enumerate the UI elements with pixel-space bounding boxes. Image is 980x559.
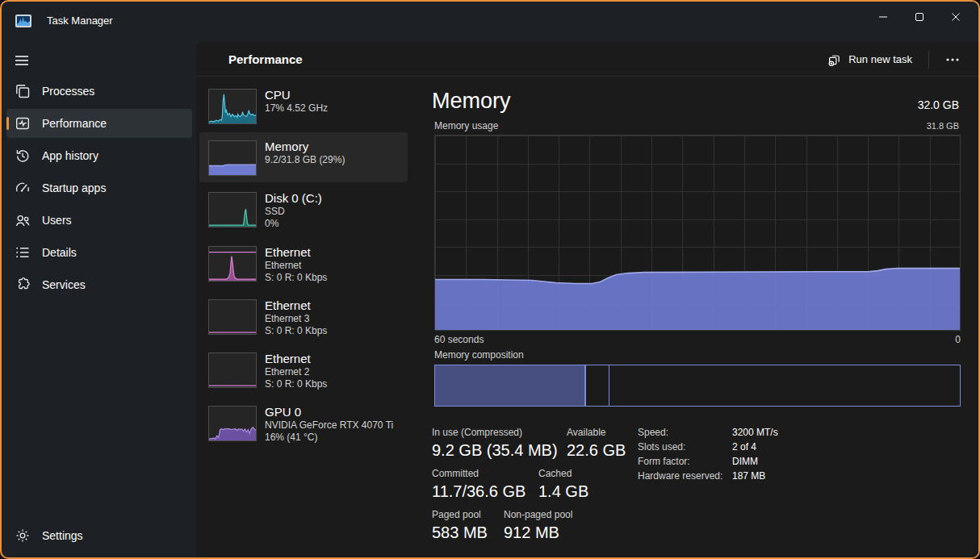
perf-item-title: Ethernet xyxy=(265,351,408,366)
sidebar-item-label: Processes xyxy=(42,85,94,98)
sidebar-item-label: Performance xyxy=(42,117,107,130)
cpu-mini-graph xyxy=(208,89,257,124)
memory-composition-label: Memory composition xyxy=(434,349,524,361)
sidebar-item-processes[interactable]: Processes xyxy=(6,77,192,106)
sidebar-item-settings[interactable]: Settings xyxy=(6,521,192,550)
sidebar-item-details[interactable]: Details xyxy=(6,238,192,267)
window-title: Task Manager xyxy=(47,15,113,27)
perf-item-subtitle: 9.2/31.8 GB (29%) xyxy=(265,154,408,166)
detail-slots-used: Slots used: 2 of 4 xyxy=(638,441,756,453)
sidebar-item-startup-apps[interactable]: Startup apps xyxy=(6,173,192,202)
header-actions: Run new task xyxy=(819,46,969,73)
page-title: Performance xyxy=(228,52,303,66)
memory-panel-title: Memory xyxy=(432,89,511,114)
stat-cached: Cached 1.4 GB xyxy=(538,468,588,501)
ellipsis-icon xyxy=(946,58,959,61)
settings-gear-icon xyxy=(15,528,31,544)
run-new-task-label: Run new task xyxy=(848,53,912,65)
sidebar-item-label: Settings xyxy=(42,529,83,542)
perf-list-item-ethernet-1[interactable]: Ethernet Ethernet S: 0 R: 0 Kbps xyxy=(199,238,408,291)
close-button[interactable] xyxy=(937,3,974,31)
graph-time-axis: 60 seconds 0 xyxy=(434,334,961,345)
perf-item-subtitle: S: 0 R: 0 Kbps xyxy=(265,325,408,337)
details-icon xyxy=(15,244,31,261)
ethernet-mini-graph xyxy=(208,353,257,388)
header-divider xyxy=(928,51,929,69)
stat-paged-pool: Paged pool 583 MB xyxy=(432,509,488,542)
sidebar-item-services[interactable]: Services xyxy=(6,270,192,299)
close-icon xyxy=(951,12,961,22)
perf-item-subtitle: Ethernet 2 xyxy=(265,366,408,378)
perf-item-subtitle: NVIDIA GeForce RTX 4070 Ti xyxy=(265,419,408,432)
composition-in-use-segment xyxy=(435,365,586,406)
sidebar-item-label: Startup apps xyxy=(42,181,106,194)
gpu-mini-graph xyxy=(208,406,257,441)
minimize-icon xyxy=(878,12,888,22)
sidebar-item-app-history[interactable]: App history xyxy=(6,141,192,170)
minimize-button[interactable] xyxy=(865,3,901,31)
ethernet-mini-graph xyxy=(208,246,257,282)
perf-item-subtitle: 17% 4.52 GHz xyxy=(265,102,408,115)
sidebar-item-label: Users xyxy=(42,214,72,227)
perf-list-item-disk[interactable]: Disk 0 (C:) SSD 0% xyxy=(199,184,408,237)
maximize-icon xyxy=(915,12,924,22)
maximize-button[interactable] xyxy=(901,3,937,31)
perf-list-item-cpu[interactable]: CPU 17% 4.52 GHz xyxy=(199,81,408,131)
processes-icon xyxy=(15,83,31,99)
selected-indicator xyxy=(6,117,9,130)
startup-apps-icon xyxy=(15,180,31,196)
sidebar-nav: Processes Performance xyxy=(6,77,192,302)
users-icon xyxy=(15,212,31,228)
task-manager-app-icon xyxy=(15,12,32,30)
perf-item-subtitle: Ethernet xyxy=(265,260,408,272)
sidebar-item-label: Details xyxy=(42,246,77,259)
perf-list-item-gpu[interactable]: GPU 0 NVIDIA GeForce RTX 4070 Ti 16% (41… xyxy=(199,398,408,451)
hamburger-icon xyxy=(15,55,29,66)
perf-list-item-ethernet-2[interactable]: Ethernet Ethernet 2 S: 0 R: 0 Kbps xyxy=(199,344,408,398)
more-options-button[interactable] xyxy=(936,52,969,68)
memory-usage-label: Memory usage xyxy=(434,120,498,131)
window-controls xyxy=(865,3,974,31)
memory-usage-graph xyxy=(434,135,961,331)
content-panel: Performance Run new task xyxy=(196,42,978,557)
perf-item-title: GPU 0 xyxy=(265,404,408,419)
task-manager-window: Task Manager xyxy=(0,0,980,559)
perf-item-subtitle: Ethernet 3 xyxy=(265,313,408,325)
detail-hardware-reserved: Hardware reserved: 187 MB xyxy=(638,470,765,482)
memory-mini-graph xyxy=(208,140,257,176)
perf-item-title: Ethernet xyxy=(265,244,408,260)
run-new-task-button[interactable]: Run new task xyxy=(819,47,921,72)
time-axis-right: 0 xyxy=(955,334,961,345)
perf-item-title: CPU xyxy=(265,87,408,102)
app-history-icon xyxy=(15,148,31,164)
sidebar-item-users[interactable]: Users xyxy=(6,206,192,235)
disk-mini-graph xyxy=(208,192,257,227)
stat-available: Available 22.6 GB xyxy=(567,427,626,460)
perf-item-subtitle: S: 0 R: 0 Kbps xyxy=(265,378,408,390)
time-axis-left: 60 seconds xyxy=(434,334,484,345)
stat-committed: Committed 11.7/36.6 GB xyxy=(432,468,526,501)
sidebar: Processes Performance xyxy=(2,40,196,557)
composition-modified-segment xyxy=(586,365,609,406)
perf-list-item-ethernet-3[interactable]: Ethernet Ethernet 3 S: 0 R: 0 Kbps xyxy=(199,291,408,344)
perf-item-subtitle: SSD xyxy=(265,206,408,218)
detail-speed: Speed: 3200 MT/s xyxy=(638,427,778,438)
titlebar: Task Manager xyxy=(2,2,978,40)
perf-list-item-memory[interactable]: Memory 9.2/31.8 GB (29%) xyxy=(199,132,408,182)
perf-item-subtitle: 16% (41 °C) xyxy=(265,432,408,444)
composition-standby-free-segment xyxy=(609,365,960,406)
ethernet-mini-graph xyxy=(208,299,257,335)
navigation-menu-button[interactable] xyxy=(5,47,39,74)
services-icon xyxy=(15,277,31,293)
sidebar-item-performance[interactable]: Performance xyxy=(6,109,192,138)
stat-in-use: In use (Compressed) 9.2 GB (35.4 MB) xyxy=(432,427,558,460)
detail-form-factor: Form factor: DIMM xyxy=(638,456,758,467)
memory-total-capacity: 32.0 GB xyxy=(918,98,959,111)
perf-item-title: Ethernet xyxy=(265,298,408,313)
memory-composition-bar xyxy=(434,365,961,407)
perf-item-title: Disk 0 (C:) xyxy=(265,190,408,206)
performance-icon xyxy=(15,115,31,131)
sidebar-item-label: App history xyxy=(42,149,98,162)
run-new-task-icon xyxy=(827,52,841,66)
memory-usage-max: 31.8 GB xyxy=(927,121,959,131)
